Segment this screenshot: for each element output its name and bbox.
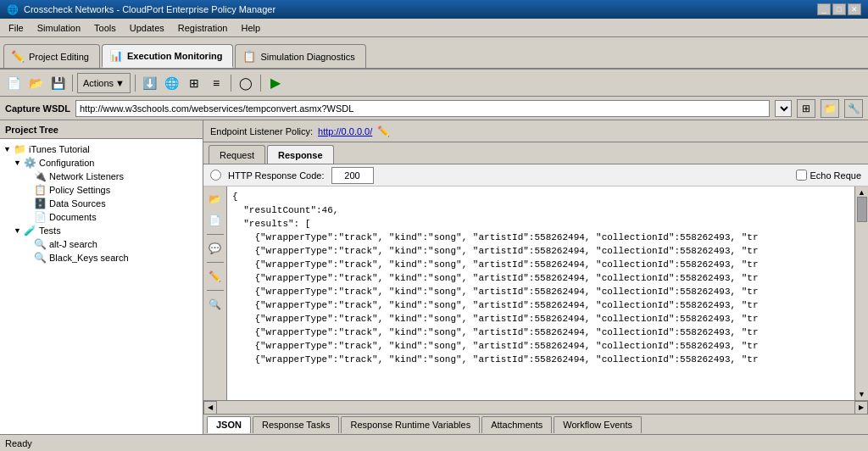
tab-project-editing[interactable]: ✏️ Project Editing xyxy=(3,44,100,68)
simulation-diagnostics-icon: 📋 xyxy=(242,50,256,63)
main-area: Project Tree ▼ 📁 iTunes Tutorial ▼ ⚙️ Co… xyxy=(0,120,868,434)
side-btn-message[interactable]: 💬 xyxy=(206,239,225,258)
menu-tools[interactable]: Tools xyxy=(89,21,121,35)
run-button[interactable]: ▶ xyxy=(265,73,286,93)
label-configuration: Configuration xyxy=(39,158,94,168)
capture-wsdl-label: Capture WSDL xyxy=(5,103,70,114)
endpoint-label: Endpoint Listener Policy: xyxy=(210,126,313,136)
tab-response-tasks-label: Response Tasks xyxy=(262,420,331,430)
tree-item-data-sources[interactable]: 🗄️ Data Sources xyxy=(0,197,203,210)
vertical-scrollbar[interactable]: ▲ ▼ xyxy=(854,187,868,400)
edit-endpoint-icon[interactable]: ✏️ xyxy=(377,125,390,137)
scroll-thumb[interactable] xyxy=(857,197,867,222)
open-button[interactable]: 📂 xyxy=(25,73,46,93)
tab-request-label: Request xyxy=(220,150,254,160)
network-icon: 🔌 xyxy=(34,170,47,182)
json-line-4: {"wrapperType":"track", "kind":"song", "… xyxy=(232,244,849,258)
url-dropdown[interactable]: ▼ xyxy=(775,100,792,117)
tree-item-network-listeners[interactable]: 🔌 Network Listeners xyxy=(0,170,203,183)
tab-response-runtime[interactable]: Response Runtime Variables xyxy=(341,416,480,433)
grid-button[interactable]: ⊞ xyxy=(184,73,204,93)
tree-item-configuration[interactable]: ▼ ⚙️ Configuration xyxy=(0,156,203,170)
menu-bar: File Simulation Tools Updates Registrati… xyxy=(0,19,868,37)
json-line-8: {"wrapperType":"track", "kind":"song", "… xyxy=(232,298,849,312)
tab-response-label: Response xyxy=(278,150,323,160)
scroll-left-arrow[interactable]: ◀ xyxy=(203,401,217,415)
scroll-down-arrow[interactable]: ▼ xyxy=(858,390,865,398)
tab-workflow-events[interactable]: Workflow Events xyxy=(554,416,642,433)
tab-simulation-diagnostics-label: Simulation Diagnostics xyxy=(260,52,354,62)
url-bar: Capture WSDL ▼ ⊞ 📁 🔧 xyxy=(0,97,868,120)
tab-response-tasks[interactable]: Response Tasks xyxy=(253,416,340,433)
tab-attachments[interactable]: Attachments xyxy=(481,416,552,433)
menu-help[interactable]: Help xyxy=(236,21,265,35)
url-action-1[interactable]: ⊞ xyxy=(797,99,815,118)
browse-button[interactable]: 🌐 xyxy=(162,73,182,93)
tree-item-documents[interactable]: 📄 Documents xyxy=(0,210,203,224)
back-button[interactable]: ◯ xyxy=(236,73,256,93)
content-area: 📂 📄 💬 ✏️ 🔍 { "resultCount":46, "results"… xyxy=(203,187,868,400)
tab-request[interactable]: Request xyxy=(209,145,265,164)
endpoint-bar: Endpoint Listener Policy: http://0.0.0.0… xyxy=(203,120,868,142)
window-title: Crosscheck Networks - CloudPort Enterpri… xyxy=(24,4,275,14)
actions-button[interactable]: Actions ▼ xyxy=(77,73,131,93)
url-action-2[interactable]: 📁 xyxy=(821,99,839,118)
tab-response-runtime-label: Response Runtime Variables xyxy=(350,420,470,430)
left-panel: Project Tree ▼ 📁 iTunes Tutorial ▼ ⚙️ Co… xyxy=(0,120,203,434)
blackkeys-icon: 🔍 xyxy=(34,252,47,264)
label-itunes-tutorial: iTunes Tutorial xyxy=(29,144,90,154)
minimize-button[interactable]: _ xyxy=(817,3,831,15)
toolbar-sep-1 xyxy=(72,75,73,92)
list-button[interactable]: ≡ xyxy=(206,73,226,93)
tab-execution-monitoring-label: Execution Monitoring xyxy=(127,51,222,61)
tree-item-itunes-tutorial[interactable]: ▼ 📁 iTunes Tutorial xyxy=(0,142,203,156)
scroll-right-arrow[interactable]: ▶ xyxy=(854,401,868,415)
menu-file[interactable]: File xyxy=(3,21,29,35)
right-panel: Endpoint Listener Policy: http://0.0.0.0… xyxy=(203,120,868,434)
echo-request-label: Echo Reque xyxy=(810,170,861,181)
json-line-2: "results": [ xyxy=(232,217,849,231)
radio-http[interactable] xyxy=(210,170,221,181)
tab-simulation-diagnostics[interactable]: 📋 Simulation Diagnostics xyxy=(235,44,365,68)
url-action-3[interactable]: 🔧 xyxy=(844,99,863,118)
toolbar: 📄 📂 💾 Actions ▼ ⬇️ 🌐 ⊞ ≡ ◯ ▶ xyxy=(0,70,868,97)
horizontal-scrollbar[interactable]: ◀ ▶ xyxy=(203,400,868,414)
tab-response[interactable]: Response xyxy=(267,145,334,164)
new-button[interactable]: 📄 xyxy=(3,73,24,93)
side-btn-search[interactable]: 🔍 xyxy=(206,295,225,314)
menu-updates[interactable]: Updates xyxy=(125,21,170,35)
close-button[interactable]: ✕ xyxy=(848,3,861,15)
radio-area xyxy=(210,170,221,181)
tree-item-policy-settings[interactable]: 📋 Policy Settings xyxy=(0,183,203,197)
data-sources-icon: 🗄️ xyxy=(34,198,47,209)
menu-simulation[interactable]: Simulation xyxy=(32,21,86,35)
side-btn-folder[interactable]: 📂 xyxy=(206,190,225,209)
echo-request-checkbox[interactable] xyxy=(796,170,807,181)
http-code-input[interactable] xyxy=(331,167,374,184)
project-editing-icon: ✏️ xyxy=(11,50,25,63)
endpoint-link[interactable]: http://0.0.0.0/ xyxy=(318,126,372,136)
menu-registration[interactable]: Registration xyxy=(173,21,233,35)
side-btn-file[interactable]: 📄 xyxy=(206,211,225,230)
tab-project-editing-label: Project Editing xyxy=(29,52,89,62)
maximize-button[interactable]: □ xyxy=(832,3,846,15)
scroll-up-arrow[interactable]: ▲ xyxy=(858,188,865,197)
tab-execution-monitoring[interactable]: 📊 Execution Monitoring xyxy=(102,44,233,68)
toolbar-sep-4 xyxy=(260,75,261,92)
import-button[interactable]: ⬇️ xyxy=(140,73,160,93)
status-text: Ready xyxy=(5,438,32,448)
wsdl-url-input[interactable] xyxy=(75,100,770,117)
side-btn-edit[interactable]: ✏️ xyxy=(206,267,225,286)
app-icon: 🌐 xyxy=(7,4,19,15)
tree-item-tests[interactable]: ▼ 🧪 Tests xyxy=(0,224,203,237)
side-sep-3 xyxy=(207,290,224,291)
echo-request-area: Echo Reque xyxy=(796,170,861,181)
title-bar: 🌐 Crosscheck Networks - CloudPort Enterp… xyxy=(0,0,868,19)
save-button[interactable]: 💾 xyxy=(47,73,68,93)
tree-item-blackkeys-search[interactable]: 🔍 Black_Keys search xyxy=(0,251,203,264)
tab-json[interactable]: JSON xyxy=(207,416,251,433)
json-area[interactable]: { "resultCount":46, "results": [ {"wrapp… xyxy=(227,187,854,400)
tree-item-altj-search[interactable]: 🔍 alt-J search xyxy=(0,237,203,251)
side-sep-1 xyxy=(207,234,224,235)
label-network-listeners: Network Listeners xyxy=(49,171,124,181)
